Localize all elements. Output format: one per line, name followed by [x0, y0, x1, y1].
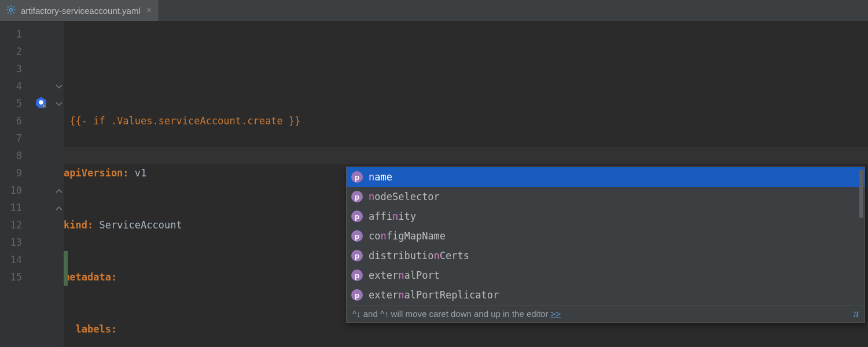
line-number: 6	[0, 112, 30, 130]
svg-rect-4	[43, 105, 44, 106]
line-number: 9	[0, 164, 30, 182]
property-icon: p	[351, 250, 363, 261]
autocomplete-label: externalPort	[369, 270, 440, 281]
fold-marker-icon[interactable]	[56, 101, 62, 108]
code-text: {{- if .Values.serviceAccount.create }}	[69, 115, 300, 127]
autocomplete-label: affinity	[369, 211, 416, 222]
autocomplete-item[interactable]: paffinity	[347, 206, 865, 226]
autocomplete-item[interactable]: pname	[347, 167, 865, 187]
popup-hint-link[interactable]: >>	[551, 309, 561, 319]
line-number: 1	[0, 25, 30, 43]
gear-icon	[6, 5, 16, 17]
fold-marker-icon[interactable]	[56, 205, 62, 212]
property-icon: p	[351, 230, 363, 242]
line-number: 15	[0, 268, 30, 286]
autocomplete-label: externalPortReplicator	[369, 289, 499, 301]
fold-column	[54, 21, 64, 347]
svg-point-3	[42, 104, 46, 108]
line-number: 2	[0, 43, 30, 60]
yaml-key: labels:	[75, 323, 117, 335]
yaml-key: apiVersion:	[64, 167, 129, 179]
line-number: 8	[0, 147, 30, 164]
autocomplete-item[interactable]: pconfigMapName	[347, 226, 865, 246]
yaml-key: kind:	[64, 219, 93, 231]
fold-marker-icon[interactable]	[56, 83, 62, 90]
yaml-key: metadata:	[64, 271, 117, 283]
yaml-value: v1	[129, 167, 147, 179]
line-number: 14	[0, 251, 30, 268]
property-icon: p	[351, 289, 363, 301]
current-line-highlight	[64, 147, 868, 164]
autocomplete-label: configMapName	[369, 230, 446, 242]
file-tab[interactable]: artifactory-serviceaccount.yaml ×	[0, 0, 159, 21]
autocomplete-list: pnamepnodeSelectorpaffinitypconfigMapNam…	[347, 167, 865, 305]
svg-rect-5	[44, 106, 45, 106]
autocomplete-label: name	[369, 171, 392, 183]
line-number-gutter: 123456789101112131415	[0, 21, 30, 347]
popup-hint-text: ^↓ and ^↑ will move caret down and up in…	[352, 309, 551, 319]
autocomplete-item[interactable]: pnodeSelector	[347, 187, 865, 206]
code-line: labels:	[64, 320, 868, 338]
autocomplete-item[interactable]: pexternalPortReplicator	[347, 285, 865, 305]
close-icon[interactable]: ×	[145, 6, 153, 15]
line-number: 7	[0, 130, 30, 147]
property-icon: p	[351, 171, 363, 183]
line-number: 11	[0, 199, 30, 216]
svg-point-0	[10, 8, 13, 11]
autocomplete-item[interactable]: pdistributionCerts	[347, 246, 865, 265]
line-number: 10	[0, 182, 30, 199]
popup-hint-bar: ^↓ and ^↑ will move caret down and up in…	[347, 305, 865, 322]
svg-point-2	[39, 100, 43, 104]
property-icon: p	[351, 191, 363, 202]
line-number: 4	[0, 77, 30, 95]
autocomplete-popup[interactable]: pnamepnodeSelectorpaffinitypconfigMapNam…	[346, 167, 865, 323]
vcs-change-marker	[64, 251, 68, 286]
autocomplete-item[interactable]: pexternalPort	[347, 265, 865, 285]
line-number: 5	[0, 95, 30, 112]
property-icon: p	[351, 211, 363, 222]
pi-icon[interactable]: π	[854, 308, 859, 320]
code-line: {{- if .Values.serviceAccount.create }}	[64, 112, 868, 130]
popup-scrollbar[interactable]	[859, 169, 863, 218]
fold-marker-icon[interactable]	[56, 187, 62, 194]
tab-filename: artifactory-serviceaccount.yaml	[21, 6, 141, 16]
property-icon: p	[351, 270, 363, 281]
gutter-icon-column	[30, 21, 54, 347]
line-number: 12	[0, 216, 30, 234]
autocomplete-label: nodeSelector	[369, 191, 440, 202]
editor-tabbar: artifactory-serviceaccount.yaml ×	[0, 0, 868, 21]
autocomplete-label: distributionCerts	[369, 250, 469, 261]
line-number: 13	[0, 234, 30, 251]
line-number: 3	[0, 60, 30, 77]
kubernetes-icon	[35, 96, 47, 109]
yaml-value: ServiceAccount	[93, 219, 182, 231]
